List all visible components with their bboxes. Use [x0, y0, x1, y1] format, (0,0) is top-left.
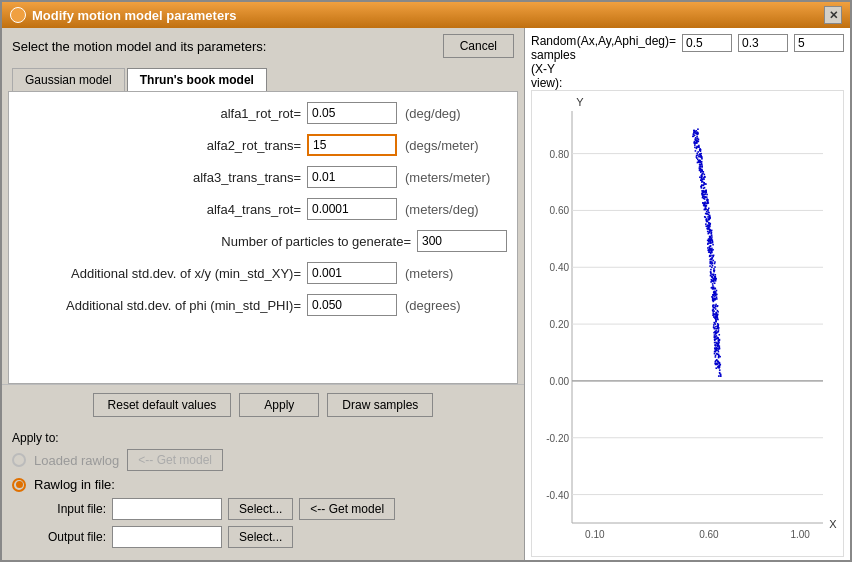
unit-alfa1: (deg/deg) [397, 106, 507, 121]
label-alfa2: alfa2_rot_trans= [19, 138, 307, 153]
chart-title: Random samples (X-Y view): [531, 34, 577, 90]
main-window: Modify motion model parameters ✕ Select … [0, 0, 852, 562]
form-row-alfa4: alfa4_trans_rot= (meters/deg) [19, 198, 507, 220]
apply-rawlog-file-row: Rawlog in file: [12, 477, 514, 492]
unit-alfa4: (meters/deg) [397, 202, 507, 217]
rawlog-file-label: Rawlog in file: [34, 477, 115, 492]
aphi-input[interactable] [794, 34, 844, 52]
left-panel: Select the motion model and its paramete… [2, 28, 524, 560]
input-stdxy[interactable] [307, 262, 397, 284]
input-particles[interactable] [417, 230, 507, 252]
close-button[interactable]: ✕ [824, 6, 842, 24]
ax-input[interactable] [682, 34, 732, 52]
coord-label: (Ax,Ay,Aphi_deg)= [577, 34, 676, 52]
form-row-particles: Number of particles to generate= [19, 230, 507, 252]
form-panel: alfa1_rot_rot= (deg/deg) alfa2_rot_trans… [8, 91, 518, 384]
get-model-disabled-button: <-- Get model [127, 449, 223, 471]
input-file-row: Input file: Select... <-- Get model [12, 498, 514, 520]
output-file-input[interactable] [112, 526, 222, 548]
label-alfa1: alfa1_rot_rot= [19, 106, 307, 121]
apply-to-label: Apply to: [12, 431, 514, 445]
apply-button[interactable]: Apply [239, 393, 319, 417]
input-file-label: Input file: [36, 502, 106, 516]
tab-gaussian[interactable]: Gaussian model [12, 68, 125, 91]
header-row: Select the motion model and its paramete… [2, 28, 524, 64]
radio-inner [16, 481, 23, 488]
select-label: Select the motion model and its paramete… [12, 39, 266, 54]
radio-loaded-rawlog[interactable] [12, 453, 26, 467]
input-alfa3[interactable] [307, 166, 397, 188]
action-buttons: Reset default values Apply Draw samples [2, 384, 524, 425]
tab-thrun[interactable]: Thrun's book model [127, 68, 267, 91]
ay-input[interactable] [738, 34, 788, 52]
form-row-stdxy: Additional std.dev. of x/y (min_std_XY)=… [19, 262, 507, 284]
input-alfa1[interactable] [307, 102, 397, 124]
input-alfa2[interactable] [307, 134, 397, 156]
title-bar: Modify motion model parameters ✕ [2, 2, 850, 28]
reset-button[interactable]: Reset default values [93, 393, 232, 417]
output-file-row: Output file: Select... [12, 526, 514, 548]
label-stdxy: Additional std.dev. of x/y (min_std_XY)= [19, 266, 307, 281]
app-icon [10, 7, 26, 23]
right-panel: Random samples (X-Y view): (Ax,Ay,Aphi_d… [524, 28, 850, 560]
form-row-alfa1: alfa1_rot_rot= (deg/deg) [19, 102, 507, 124]
scatter-chart [532, 91, 843, 553]
unit-alfa2: (degs/meter) [397, 138, 507, 153]
input-stdphi[interactable] [307, 294, 397, 316]
label-particles: Number of particles to generate= [19, 234, 417, 249]
output-select-button[interactable]: Select... [228, 526, 293, 548]
get-model-button[interactable]: <-- Get model [299, 498, 395, 520]
form-row-alfa2: alfa2_rot_trans= (degs/meter) [19, 134, 507, 156]
input-file-input[interactable] [112, 498, 222, 520]
apply-rawlog-row: Loaded rawlog <-- Get model [12, 449, 514, 471]
label-alfa4: alfa4_trans_rot= [19, 202, 307, 217]
cancel-button[interactable]: Cancel [443, 34, 514, 58]
radio-rawlog-file[interactable] [12, 478, 26, 492]
unit-stdxy: (meters) [397, 266, 507, 281]
tabs-area: Gaussian model Thrun's book model [2, 64, 524, 91]
label-alfa3: alfa3_trans_trans= [19, 170, 307, 185]
output-file-label: Output file: [36, 530, 106, 544]
form-row-stdphi: Additional std.dev. of phi (min_std_PHI)… [19, 294, 507, 316]
loaded-rawlog-label: Loaded rawlog [34, 453, 119, 468]
apply-to-section: Apply to: Loaded rawlog <-- Get model Ra… [2, 425, 524, 560]
label-stdphi: Additional std.dev. of phi (min_std_PHI)… [19, 298, 307, 313]
unit-alfa3: (meters/meter) [397, 170, 507, 185]
unit-stdphi: (degrees) [397, 298, 507, 313]
window-title: Modify motion model parameters [32, 8, 236, 23]
input-select-button[interactable]: Select... [228, 498, 293, 520]
form-row-alfa3: alfa3_trans_trans= (meters/meter) [19, 166, 507, 188]
main-content: Select the motion model and its paramete… [2, 28, 850, 560]
draw-button[interactable]: Draw samples [327, 393, 433, 417]
input-alfa4[interactable] [307, 198, 397, 220]
chart-area [531, 90, 844, 557]
